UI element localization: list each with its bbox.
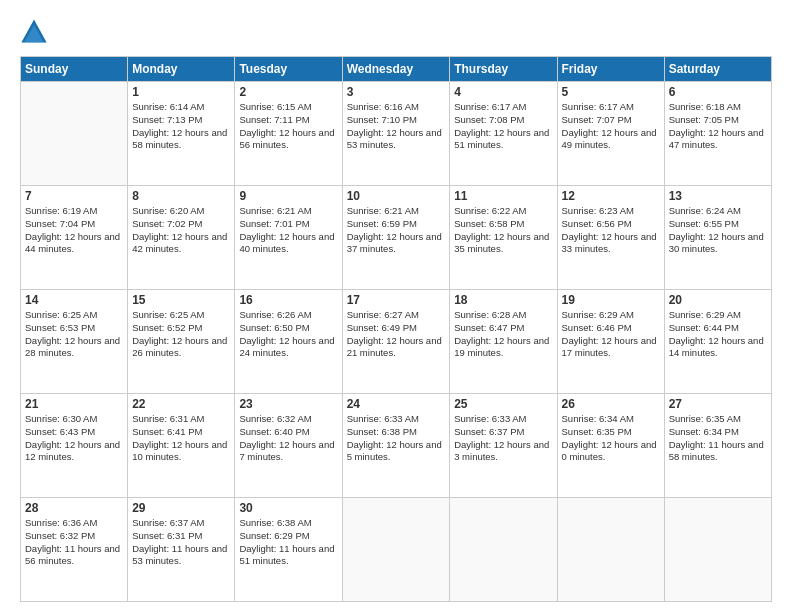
day-detail: Sunrise: 6:29 AM Sunset: 6:44 PM Dayligh…	[669, 309, 767, 360]
day-number: 25	[454, 397, 552, 411]
calendar-day-cell: 17Sunrise: 6:27 AM Sunset: 6:49 PM Dayli…	[342, 290, 450, 394]
logo-icon	[20, 18, 48, 46]
day-number: 6	[669, 85, 767, 99]
calendar-day-cell: 4Sunrise: 6:17 AM Sunset: 7:08 PM Daylig…	[450, 82, 557, 186]
weekday-header-thursday: Thursday	[450, 57, 557, 82]
weekday-header-monday: Monday	[128, 57, 235, 82]
day-number: 15	[132, 293, 230, 307]
day-number: 14	[25, 293, 123, 307]
day-detail: Sunrise: 6:19 AM Sunset: 7:04 PM Dayligh…	[25, 205, 123, 256]
calendar-day-cell: 27Sunrise: 6:35 AM Sunset: 6:34 PM Dayli…	[664, 394, 771, 498]
calendar-day-cell	[450, 498, 557, 602]
day-detail: Sunrise: 6:35 AM Sunset: 6:34 PM Dayligh…	[669, 413, 767, 464]
weekday-header-wednesday: Wednesday	[342, 57, 450, 82]
calendar-week-row: 21Sunrise: 6:30 AM Sunset: 6:43 PM Dayli…	[21, 394, 772, 498]
day-detail: Sunrise: 6:37 AM Sunset: 6:31 PM Dayligh…	[132, 517, 230, 568]
calendar-week-row: 28Sunrise: 6:36 AM Sunset: 6:32 PM Dayli…	[21, 498, 772, 602]
calendar-day-cell: 21Sunrise: 6:30 AM Sunset: 6:43 PM Dayli…	[21, 394, 128, 498]
calendar-day-cell: 12Sunrise: 6:23 AM Sunset: 6:56 PM Dayli…	[557, 186, 664, 290]
calendar-day-cell: 13Sunrise: 6:24 AM Sunset: 6:55 PM Dayli…	[664, 186, 771, 290]
calendar-day-cell	[21, 82, 128, 186]
calendar-day-cell: 23Sunrise: 6:32 AM Sunset: 6:40 PM Dayli…	[235, 394, 342, 498]
calendar-day-cell: 20Sunrise: 6:29 AM Sunset: 6:44 PM Dayli…	[664, 290, 771, 394]
calendar-day-cell: 11Sunrise: 6:22 AM Sunset: 6:58 PM Dayli…	[450, 186, 557, 290]
day-number: 18	[454, 293, 552, 307]
day-number: 20	[669, 293, 767, 307]
calendar-day-cell: 5Sunrise: 6:17 AM Sunset: 7:07 PM Daylig…	[557, 82, 664, 186]
calendar-day-cell: 6Sunrise: 6:18 AM Sunset: 7:05 PM Daylig…	[664, 82, 771, 186]
weekday-header-friday: Friday	[557, 57, 664, 82]
day-detail: Sunrise: 6:22 AM Sunset: 6:58 PM Dayligh…	[454, 205, 552, 256]
day-detail: Sunrise: 6:34 AM Sunset: 6:35 PM Dayligh…	[562, 413, 660, 464]
day-detail: Sunrise: 6:27 AM Sunset: 6:49 PM Dayligh…	[347, 309, 446, 360]
day-number: 22	[132, 397, 230, 411]
day-detail: Sunrise: 6:25 AM Sunset: 6:52 PM Dayligh…	[132, 309, 230, 360]
calendar-day-cell: 19Sunrise: 6:29 AM Sunset: 6:46 PM Dayli…	[557, 290, 664, 394]
calendar-day-cell: 29Sunrise: 6:37 AM Sunset: 6:31 PM Dayli…	[128, 498, 235, 602]
day-detail: Sunrise: 6:17 AM Sunset: 7:08 PM Dayligh…	[454, 101, 552, 152]
day-detail: Sunrise: 6:29 AM Sunset: 6:46 PM Dayligh…	[562, 309, 660, 360]
day-detail: Sunrise: 6:16 AM Sunset: 7:10 PM Dayligh…	[347, 101, 446, 152]
day-number: 24	[347, 397, 446, 411]
calendar-week-row: 1Sunrise: 6:14 AM Sunset: 7:13 PM Daylig…	[21, 82, 772, 186]
day-number: 4	[454, 85, 552, 99]
day-number: 1	[132, 85, 230, 99]
day-detail: Sunrise: 6:32 AM Sunset: 6:40 PM Dayligh…	[239, 413, 337, 464]
day-number: 10	[347, 189, 446, 203]
day-detail: Sunrise: 6:25 AM Sunset: 6:53 PM Dayligh…	[25, 309, 123, 360]
day-detail: Sunrise: 6:18 AM Sunset: 7:05 PM Dayligh…	[669, 101, 767, 152]
calendar-header-row: SundayMondayTuesdayWednesdayThursdayFrid…	[21, 57, 772, 82]
day-number: 11	[454, 189, 552, 203]
day-number: 30	[239, 501, 337, 515]
day-number: 2	[239, 85, 337, 99]
calendar-day-cell: 18Sunrise: 6:28 AM Sunset: 6:47 PM Dayli…	[450, 290, 557, 394]
day-detail: Sunrise: 6:38 AM Sunset: 6:29 PM Dayligh…	[239, 517, 337, 568]
day-number: 8	[132, 189, 230, 203]
calendar-day-cell: 2Sunrise: 6:15 AM Sunset: 7:11 PM Daylig…	[235, 82, 342, 186]
calendar-day-cell: 3Sunrise: 6:16 AM Sunset: 7:10 PM Daylig…	[342, 82, 450, 186]
day-detail: Sunrise: 6:24 AM Sunset: 6:55 PM Dayligh…	[669, 205, 767, 256]
day-number: 16	[239, 293, 337, 307]
day-number: 9	[239, 189, 337, 203]
calendar-day-cell: 15Sunrise: 6:25 AM Sunset: 6:52 PM Dayli…	[128, 290, 235, 394]
calendar-day-cell: 10Sunrise: 6:21 AM Sunset: 6:59 PM Dayli…	[342, 186, 450, 290]
day-number: 21	[25, 397, 123, 411]
weekday-header-tuesday: Tuesday	[235, 57, 342, 82]
day-detail: Sunrise: 6:36 AM Sunset: 6:32 PM Dayligh…	[25, 517, 123, 568]
calendar-day-cell	[557, 498, 664, 602]
day-detail: Sunrise: 6:21 AM Sunset: 6:59 PM Dayligh…	[347, 205, 446, 256]
day-detail: Sunrise: 6:26 AM Sunset: 6:50 PM Dayligh…	[239, 309, 337, 360]
day-number: 17	[347, 293, 446, 307]
day-number: 26	[562, 397, 660, 411]
calendar-day-cell	[664, 498, 771, 602]
day-number: 28	[25, 501, 123, 515]
day-detail: Sunrise: 6:33 AM Sunset: 6:37 PM Dayligh…	[454, 413, 552, 464]
day-number: 3	[347, 85, 446, 99]
calendar-day-cell: 28Sunrise: 6:36 AM Sunset: 6:32 PM Dayli…	[21, 498, 128, 602]
day-detail: Sunrise: 6:33 AM Sunset: 6:38 PM Dayligh…	[347, 413, 446, 464]
day-number: 7	[25, 189, 123, 203]
day-detail: Sunrise: 6:31 AM Sunset: 6:41 PM Dayligh…	[132, 413, 230, 464]
day-number: 12	[562, 189, 660, 203]
day-number: 5	[562, 85, 660, 99]
calendar-day-cell: 9Sunrise: 6:21 AM Sunset: 7:01 PM Daylig…	[235, 186, 342, 290]
calendar-day-cell: 24Sunrise: 6:33 AM Sunset: 6:38 PM Dayli…	[342, 394, 450, 498]
calendar-day-cell: 25Sunrise: 6:33 AM Sunset: 6:37 PM Dayli…	[450, 394, 557, 498]
calendar-week-row: 14Sunrise: 6:25 AM Sunset: 6:53 PM Dayli…	[21, 290, 772, 394]
day-detail: Sunrise: 6:21 AM Sunset: 7:01 PM Dayligh…	[239, 205, 337, 256]
day-number: 29	[132, 501, 230, 515]
day-detail: Sunrise: 6:23 AM Sunset: 6:56 PM Dayligh…	[562, 205, 660, 256]
weekday-header-sunday: Sunday	[21, 57, 128, 82]
calendar-day-cell: 7Sunrise: 6:19 AM Sunset: 7:04 PM Daylig…	[21, 186, 128, 290]
calendar-day-cell: 14Sunrise: 6:25 AM Sunset: 6:53 PM Dayli…	[21, 290, 128, 394]
weekday-header-saturday: Saturday	[664, 57, 771, 82]
day-detail: Sunrise: 6:17 AM Sunset: 7:07 PM Dayligh…	[562, 101, 660, 152]
calendar-day-cell: 22Sunrise: 6:31 AM Sunset: 6:41 PM Dayli…	[128, 394, 235, 498]
calendar-day-cell: 16Sunrise: 6:26 AM Sunset: 6:50 PM Dayli…	[235, 290, 342, 394]
day-detail: Sunrise: 6:15 AM Sunset: 7:11 PM Dayligh…	[239, 101, 337, 152]
day-detail: Sunrise: 6:14 AM Sunset: 7:13 PM Dayligh…	[132, 101, 230, 152]
day-number: 27	[669, 397, 767, 411]
logo	[20, 18, 52, 46]
page-header	[20, 18, 772, 46]
calendar-day-cell: 1Sunrise: 6:14 AM Sunset: 7:13 PM Daylig…	[128, 82, 235, 186]
